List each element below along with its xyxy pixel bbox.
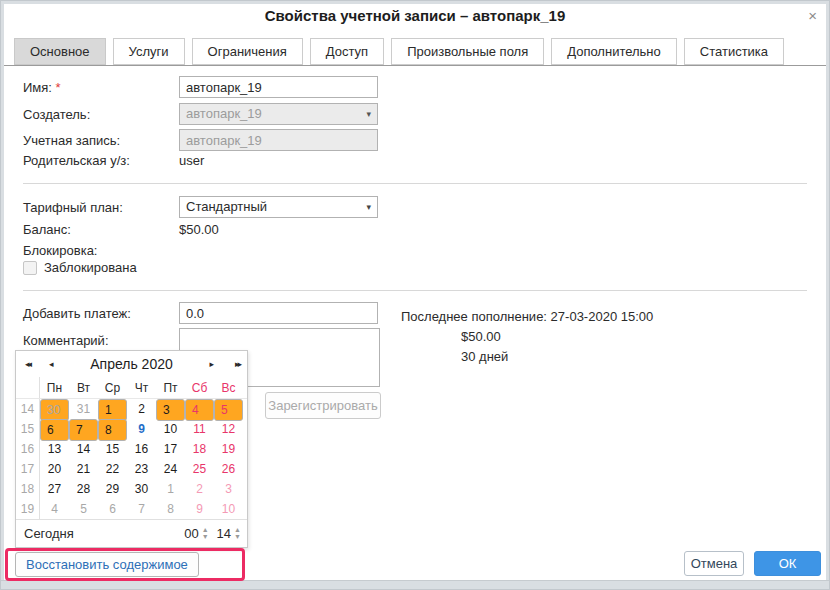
calendar-day[interactable]: 16	[127, 439, 156, 459]
week-number: 17	[16, 459, 40, 479]
row-parent: Родительская у/з:user	[23, 151, 204, 169]
minute-value: 14	[217, 526, 231, 541]
week-number: 19	[16, 499, 40, 519]
calendar-week-row: 1945678910	[16, 499, 247, 519]
blocked-checkbox-label: Заблокирована	[44, 260, 137, 275]
cancel-button[interactable]: Отмена	[684, 551, 744, 576]
calendar-day[interactable]: 5	[214, 399, 243, 421]
spin-down-icon[interactable]: ▼	[234, 534, 241, 541]
calendar-month-title[interactable]: Апрель 2020	[90, 356, 173, 372]
calendar-day[interactable]: 9	[185, 499, 214, 519]
row-blocking: Блокировка:	[23, 241, 179, 259]
calendar-day[interactable]: 1	[98, 399, 127, 421]
tab-Основное[interactable]: Основное	[14, 38, 106, 65]
calendar-day[interactable]: 2	[127, 399, 156, 419]
calendar-day[interactable]: 27	[40, 479, 69, 499]
calendar-day[interactable]: 14	[69, 439, 98, 459]
calendar-day[interactable]: 15	[98, 439, 127, 459]
calendar-day[interactable]: 25	[185, 459, 214, 479]
weekday-label: Ср	[98, 377, 127, 398]
next-month-icon[interactable]: ▸	[209, 351, 214, 377]
calendar-day[interactable]: 7	[127, 499, 156, 519]
next-year-icon[interactable]: ▸▸	[235, 351, 240, 377]
today-button[interactable]: Сегодня	[24, 526, 176, 541]
prev-month-icon[interactable]: ◂	[49, 351, 54, 377]
tab-Произвольные поля[interactable]: Произвольные поля	[391, 38, 544, 65]
calendar-day[interactable]: 30	[127, 479, 156, 499]
blocked-checkbox[interactable]	[23, 261, 37, 275]
calendar-day[interactable]: 7	[69, 419, 98, 441]
creator-select[interactable]: автопарк_19▾	[179, 103, 378, 125]
calendar-week-row: 156789101112	[16, 419, 247, 439]
calendar-day[interactable]: 10	[214, 499, 243, 519]
calendar-day[interactable]: 8	[98, 419, 127, 441]
tab-Дополнительно[interactable]: Дополнительно	[551, 38, 677, 65]
calendar-day[interactable]: 3	[214, 479, 243, 499]
tab-Доступ[interactable]: Доступ	[310, 38, 384, 65]
row-payment: Добавить платеж:	[23, 302, 378, 324]
calendar-day[interactable]: 4	[40, 499, 69, 519]
calendar-day[interactable]: 11	[185, 419, 214, 439]
divider	[23, 183, 807, 184]
calendar-day[interactable]: 24	[156, 459, 185, 479]
calendar-week-row: 1827282930123	[16, 479, 247, 499]
calendar-day[interactable]: 31	[69, 399, 98, 419]
week-number: 18	[16, 479, 40, 499]
last-refill-amount: $50.00	[401, 327, 653, 347]
prev-year-icon[interactable]: ◂◂	[25, 351, 30, 377]
tab-Услуги[interactable]: Услуги	[113, 38, 185, 65]
row-name: Имя: *	[23, 76, 378, 98]
calendar-day[interactable]: 8	[156, 499, 185, 519]
dialog-title: Свойства учетной записи – автопарк_19	[265, 7, 566, 24]
register-payment-button[interactable]: Зарегистрировать	[265, 392, 381, 419]
last-refill-info: Последнее пополнение: 27-03-2020 15:00 $…	[401, 307, 653, 367]
calendar-day[interactable]: 9	[127, 419, 156, 439]
row-comment: Комментарий:	[23, 331, 179, 349]
payment-label: Добавить платеж:	[23, 306, 179, 321]
calendar-day[interactable]: 22	[98, 459, 127, 479]
calendar-day[interactable]: 17	[156, 439, 185, 459]
ok-button[interactable]: ОК	[754, 551, 821, 576]
tab-Статистика[interactable]: Статистика	[684, 38, 784, 65]
name-input[interactable]	[179, 76, 378, 98]
plan-select[interactable]: Стандартный▾	[179, 196, 378, 218]
calendar-day[interactable]: 20	[40, 459, 69, 479]
restore-content-button[interactable]: Восстановить содержимое	[15, 552, 199, 577]
calendar-day[interactable]: 28	[69, 479, 98, 499]
calendar-day[interactable]: 6	[40, 419, 69, 441]
calendar-day[interactable]: 19	[214, 439, 243, 459]
spin-down-icon[interactable]: ▼	[202, 534, 209, 541]
calendar-day[interactable]: 21	[69, 459, 98, 479]
tab-Ограничения[interactable]: Ограничения	[192, 38, 303, 65]
blocking-label: Блокировка:	[23, 243, 179, 258]
balance-value: $50.00	[179, 222, 219, 237]
calendar-day[interactable]: 3	[156, 399, 185, 421]
calendar-day[interactable]: 18	[185, 439, 214, 459]
calendar-day[interactable]: 26	[214, 459, 243, 479]
parent-label: Родительская у/з:	[23, 153, 179, 168]
comment-label: Комментарий:	[23, 333, 179, 348]
calendar-day[interactable]: 12	[214, 419, 243, 439]
calendar-day[interactable]: 6	[98, 499, 127, 519]
plan-label: Тарифный план:	[23, 200, 179, 215]
week-number: 16	[16, 439, 40, 459]
calendar-week-row: 1720212223242526	[16, 459, 247, 479]
payment-input[interactable]	[179, 302, 378, 324]
calendar-day[interactable]: 29	[98, 479, 127, 499]
calendar-day[interactable]: 23	[127, 459, 156, 479]
calendar-day[interactable]: 10	[156, 419, 185, 439]
calendar-day[interactable]: 1	[156, 479, 185, 499]
creator-label: Создатель:	[23, 107, 179, 122]
calendar-week-row: 1613141516171819	[16, 439, 247, 459]
week-number-gutter	[16, 377, 40, 398]
minute-spinner[interactable]: 14 ▲▼	[217, 526, 241, 541]
calendar-day[interactable]: 2	[185, 479, 214, 499]
close-icon[interactable]: ×	[808, 9, 817, 23]
hour-spinner[interactable]: 00 ▲▼	[184, 526, 208, 541]
calendar-day[interactable]: 4	[185, 399, 214, 421]
calendar-day[interactable]: 30	[40, 399, 69, 421]
calendar-day[interactable]: 5	[69, 499, 98, 519]
calendar-day[interactable]: 13	[40, 439, 69, 459]
week-number: 15	[16, 419, 40, 439]
account-input	[179, 129, 378, 151]
